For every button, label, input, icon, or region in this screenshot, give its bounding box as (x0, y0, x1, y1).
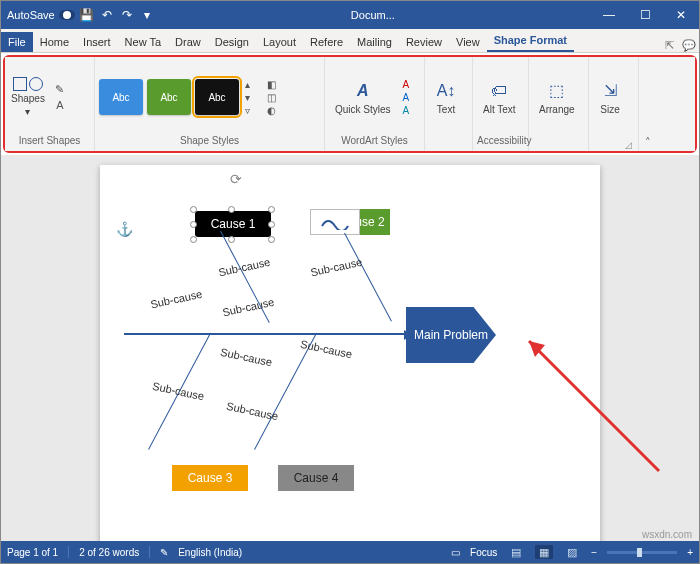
size-icon: ⇲ (599, 80, 621, 102)
focus-mode-icon[interactable]: ▭ (451, 547, 460, 558)
autosave-toggle[interactable] (59, 10, 75, 20)
subcause-label: Sub-cause (225, 400, 279, 423)
style-swatch-green[interactable]: Abc (147, 79, 191, 115)
spellcheck-icon[interactable]: ✎ (160, 547, 168, 558)
word-count[interactable]: 2 of 26 words (79, 547, 139, 558)
zoom-thumb[interactable] (637, 548, 642, 557)
group-wordart-styles: A Quick Styles A A A WordArt Styles (325, 57, 425, 151)
quick-styles-button[interactable]: A Quick Styles (329, 78, 397, 117)
status-bar: Page 1 of 1 2 of 26 words ✎ English (Ind… (1, 541, 699, 563)
text-button[interactable]: A↕ Text (429, 78, 463, 117)
comments-icon[interactable]: 💬 (679, 39, 699, 52)
text-direction-icon: A↕ (435, 80, 457, 102)
zoom-out-button[interactable]: − (591, 547, 597, 558)
redo-icon[interactable]: ↷ (119, 7, 135, 23)
selection-handle[interactable] (268, 236, 275, 243)
group-size: ⇲ Size ◿ (589, 57, 639, 151)
ribbon-highlight: Shapes ▾ ✎ A Insert Shapes Abc Abc Abc ▴… (3, 55, 697, 153)
tab-mailings[interactable]: Mailing (350, 32, 399, 52)
selection-handle[interactable] (228, 206, 235, 213)
dialog-launcher-icon[interactable]: ◿ (625, 140, 632, 150)
tab-shape-format[interactable]: Shape Format (487, 30, 574, 52)
size-label: Size (600, 104, 619, 115)
print-layout-icon[interactable]: ▦ (535, 545, 553, 559)
shape-outline-icon: ◫ (267, 92, 281, 102)
shape-effects-icon: ◐ (267, 105, 281, 115)
selection-handle[interactable] (228, 236, 235, 243)
selection-handle[interactable] (190, 236, 197, 243)
tab-layout[interactable]: Layout (256, 32, 303, 52)
text-label: Text (437, 104, 455, 115)
tab-review[interactable]: Review (399, 32, 449, 52)
selection-handle[interactable] (190, 206, 197, 213)
web-layout-icon[interactable]: ▨ (563, 545, 581, 559)
shape-cause1-selected[interactable]: Cause 1 (178, 203, 288, 245)
undo-icon[interactable]: ↶ (99, 7, 115, 23)
minimize-button[interactable]: — (591, 1, 627, 29)
layout-options-popup[interactable] (310, 209, 360, 235)
language-indicator[interactable]: English (India) (178, 547, 242, 558)
tab-home[interactable]: Home (33, 32, 76, 52)
text-fill-icon: A (403, 79, 417, 89)
wordart-icon: A (352, 80, 374, 102)
shape-main-problem[interactable]: Main Problem (406, 307, 496, 363)
maximize-button[interactable]: ☐ (627, 1, 663, 29)
shapes-label: Shapes (11, 93, 45, 104)
tab-newtab[interactable]: New Ta (118, 32, 168, 52)
style-swatch-blue[interactable]: Abc (99, 79, 143, 115)
selection-handle[interactable] (268, 206, 275, 213)
selection-handle[interactable] (268, 221, 275, 228)
selection-handle[interactable] (190, 221, 197, 228)
collapse-ribbon-button[interactable]: ˄ (639, 57, 657, 151)
group-label-wordart: WordArt Styles (329, 135, 420, 151)
subcause-label: Sub-cause (309, 256, 363, 279)
save-icon[interactable]: 💾 (79, 7, 95, 23)
focus-label[interactable]: Focus (470, 547, 497, 558)
tab-draw[interactable]: Draw (168, 32, 208, 52)
shape-fill-outline-effects[interactable]: ◧ ◫ ◐ (265, 77, 283, 117)
tab-view[interactable]: View (449, 32, 487, 52)
circle-icon (29, 77, 43, 91)
subcause-label: Sub-cause (219, 346, 273, 369)
ribbon-tabs: File Home Insert New Ta Draw Design Layo… (1, 29, 699, 53)
style-swatch-black[interactable]: Abc (195, 79, 239, 115)
size-button[interactable]: ⇲ Size (593, 78, 627, 117)
anchor-icon: ⚓ (116, 221, 133, 237)
style-gallery-more[interactable]: ▴▾▿ (243, 77, 261, 117)
annotation-arrow (509, 321, 669, 481)
app-window: AutoSave 💾 ↶ ↷ ▾ Docum... — ☐ ✕ File Hom… (0, 0, 700, 564)
title-bar: AutoSave 💾 ↶ ↷ ▾ Docum... — ☐ ✕ (1, 1, 699, 29)
read-mode-icon[interactable]: ▤ (507, 545, 525, 559)
quick-styles-label: Quick Styles (335, 104, 391, 115)
arrange-button[interactable]: ⬚ Arrange (533, 78, 581, 117)
fishbone-spine[interactable] (124, 333, 406, 335)
subcause-label: Sub-cause (221, 296, 275, 319)
group-label-insert-shapes: Insert Shapes (9, 135, 90, 151)
shape-cause3[interactable]: Cause 3 (172, 465, 248, 491)
tab-references[interactable]: Refere (303, 32, 350, 52)
zoom-in-button[interactable]: + (687, 547, 693, 558)
text-effects-icon: A (403, 105, 417, 115)
qat-dropdown-icon[interactable]: ▾ (139, 7, 155, 23)
shape-fill-icon: ◧ (267, 79, 281, 89)
alt-text-button[interactable]: 🏷 Alt Text (477, 78, 522, 117)
text-fill-outline-effects[interactable]: A A A (401, 77, 419, 117)
subcause-label: Sub-cause (299, 338, 353, 361)
rotation-handle-icon[interactable]: ⟳ (230, 171, 242, 187)
group-shape-styles: Abc Abc Abc ▴▾▿ ◧ ◫ ◐ Shape Styles (95, 57, 325, 151)
shapes-gallery-button[interactable]: Shapes ▾ (9, 75, 47, 119)
tab-design[interactable]: Design (208, 32, 256, 52)
tab-file[interactable]: File (1, 32, 33, 52)
zoom-slider[interactable] (607, 551, 677, 554)
tab-insert[interactable]: Insert (76, 32, 118, 52)
edit-shape-tools[interactable]: ✎ A (51, 82, 69, 113)
arrange-icon: ⬚ (546, 80, 568, 102)
close-button[interactable]: ✕ (663, 1, 699, 29)
ribbon: Shapes ▾ ✎ A Insert Shapes Abc Abc Abc ▴… (5, 57, 695, 151)
shape-cause4[interactable]: Cause 4 (278, 465, 354, 491)
page-indicator[interactable]: Page 1 of 1 (7, 547, 58, 558)
fishbone-branch[interactable] (344, 233, 392, 322)
shape-cause1[interactable]: Cause 1 (195, 211, 271, 237)
arrange-label: Arrange (539, 104, 575, 115)
share-icon[interactable]: ⇱ (659, 39, 679, 52)
